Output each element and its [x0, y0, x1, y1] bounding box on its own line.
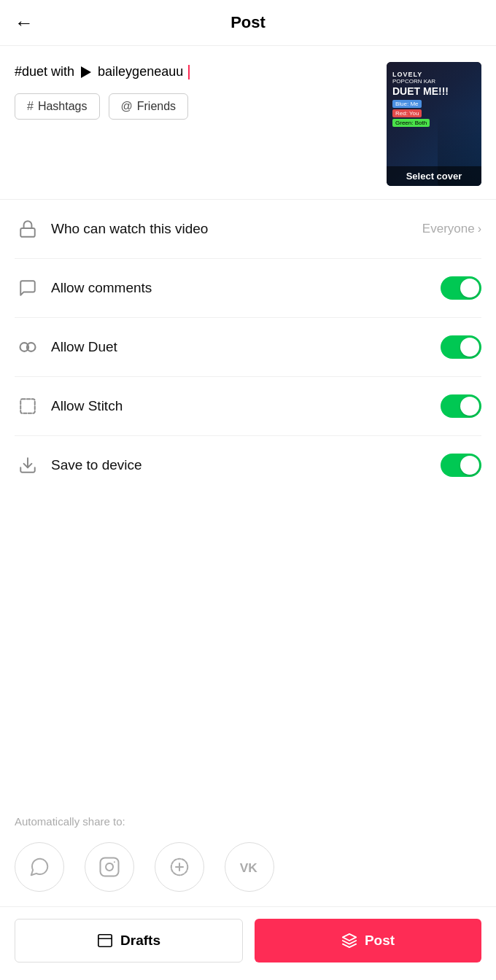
lock-icon: [15, 216, 41, 242]
post-label: Post: [365, 933, 395, 949]
allow-duet-label: Allow Duet: [51, 339, 441, 355]
download-icon: [15, 452, 41, 478]
caption-text[interactable]: #duet with baileygeneauu: [15, 62, 375, 82]
thumb-popcorn: POPCORN KAR: [392, 78, 476, 85]
allow-comments-label: Allow comments: [51, 280, 441, 296]
text-cursor: [188, 65, 190, 79]
svg-rect-3: [20, 399, 35, 413]
drafts-button[interactable]: Drafts: [15, 919, 243, 962]
instagram-icon: [98, 856, 120, 878]
vk-icon: VK: [238, 855, 261, 879]
share-section: Automatically share to:: [0, 795, 496, 906]
drafts-icon: [97, 933, 113, 949]
who-can-watch-value: Everyone ›: [422, 222, 481, 236]
settings-section: Who can watch this video Everyone › Allo…: [0, 200, 496, 494]
chevron-right-icon: ›: [478, 222, 481, 236]
stitch-icon: [15, 393, 41, 419]
header: ← Post: [0, 0, 496, 46]
share-title: Automatically share to:: [15, 815, 481, 828]
allow-stitch-toggle[interactable]: [441, 394, 481, 418]
who-can-watch-row[interactable]: Who can watch this video Everyone ›: [15, 200, 481, 259]
allow-stitch-row[interactable]: Allow Stitch: [15, 377, 481, 436]
whatsapp-share-button[interactable]: [15, 842, 64, 892]
tiktok-share-button[interactable]: [155, 842, 204, 892]
svg-rect-11: [98, 935, 112, 947]
post-icon: [341, 933, 357, 949]
comment-icon: [15, 275, 41, 301]
allow-comments-row[interactable]: Allow comments: [15, 259, 481, 318]
thumb-tag-red: Red: You: [392, 109, 422, 117]
thumb-lovely: LOVELY: [392, 71, 476, 78]
svg-rect-5: [101, 858, 119, 876]
allow-comments-toggle[interactable]: [441, 276, 481, 300]
back-button[interactable]: ←: [15, 12, 34, 34]
caption-prefix: #duet with: [15, 64, 74, 79]
who-can-watch-label: Who can watch this video: [51, 221, 422, 237]
save-to-device-toggle[interactable]: [441, 454, 481, 477]
friends-button[interactable]: @ Friends: [109, 93, 189, 120]
page-title: Post: [230, 13, 266, 32]
vk-share-button[interactable]: VK: [225, 842, 274, 892]
whatsapp-icon: [28, 856, 50, 878]
svg-rect-0: [20, 228, 35, 237]
duet-icon: [15, 334, 41, 360]
drafts-label: Drafts: [120, 933, 160, 949]
video-thumbnail[interactable]: LOVELY POPCORN KAR DUET ME!!! Blue: Me R…: [387, 62, 481, 186]
instagram-share-button[interactable]: [85, 842, 134, 892]
caption-area: #duet with baileygeneauu # Hashtags @ Fr…: [0, 46, 496, 199]
allow-duet-toggle[interactable]: [441, 335, 481, 359]
play-icon: [81, 66, 91, 78]
save-to-device-label: Save to device: [51, 457, 441, 473]
thumb-tag-blue: Blue: Me: [392, 100, 422, 108]
caption-text-area: #duet with baileygeneauu # Hashtags @ Fr…: [15, 62, 375, 120]
caption-username: baileygeneauu: [98, 64, 183, 79]
hash-icon: #: [27, 100, 34, 113]
allow-duet-row[interactable]: Allow Duet: [15, 318, 481, 377]
thumb-duet: DUET ME!!!: [392, 86, 476, 97]
tag-buttons: # Hashtags @ Friends: [15, 93, 375, 120]
post-button[interactable]: Post: [255, 919, 481, 962]
hashtags-button[interactable]: # Hashtags: [15, 93, 100, 120]
thumb-tag-green: Green: Both: [392, 119, 430, 127]
svg-text:VK: VK: [240, 860, 258, 875]
select-cover-label[interactable]: Select cover: [387, 166, 481, 186]
tiktok-share-icon: [168, 856, 190, 878]
allow-stitch-label: Allow Stitch: [51, 398, 441, 414]
at-icon: @: [121, 100, 133, 113]
bottom-bar: Drafts Post: [0, 906, 496, 980]
friends-label: Friends: [137, 100, 176, 113]
hashtags-label: Hashtags: [38, 100, 88, 113]
save-to-device-row[interactable]: Save to device: [15, 436, 481, 494]
share-icons: VK: [15, 842, 481, 892]
